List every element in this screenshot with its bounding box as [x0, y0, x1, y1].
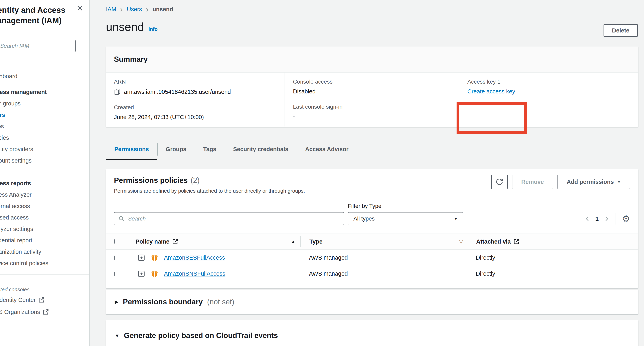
close-icon[interactable]: × — [77, 3, 83, 13]
sidebar-item-roles[interactable]: Roles — [0, 121, 89, 132]
managed-policy-icon — [150, 254, 159, 262]
create-access-key-link[interactable]: Create access key — [468, 88, 515, 95]
type-filter-select[interactable]: All types ▼ — [348, 212, 464, 225]
permissions-boundary-note: (not set) — [207, 298, 234, 306]
sidebar-item-access-analyzer[interactable]: Access Analyzer — [0, 189, 89, 200]
page-title: unsend — [106, 20, 144, 34]
divider — [0, 274, 89, 275]
divider — [616, 213, 616, 224]
copy-icon[interactable] — [114, 88, 121, 95]
sidebar-item-organization-activity[interactable]: Organization activity — [0, 246, 89, 258]
policy-attached-via: Directly — [468, 270, 638, 277]
page-number[interactable]: 1 — [595, 215, 599, 222]
permissions-policies-count: (2) — [191, 176, 200, 184]
permissions-policies-title: Permissions policies — [114, 176, 188, 184]
delete-button[interactable]: Delete — [604, 24, 638, 37]
sidebar-item-users[interactable]: Users — [0, 109, 89, 121]
sidebar-item-analyzer-settings[interactable]: Analyzer settings — [0, 223, 89, 235]
arn-value: arn:aws:iam::905418462135:user/unsend — [124, 89, 231, 95]
column-filter-icon[interactable]: ▽ — [459, 239, 463, 244]
filter-by-type-label: Filter by Type — [348, 203, 382, 209]
created-value: June 28, 2024, 07:33 (UTC+10:00) — [114, 114, 278, 121]
sidebar-search-input[interactable]: Search IAM — [0, 40, 76, 52]
sidebar-link-iam-identity-center[interactable]: IAM Identity Center — [0, 294, 89, 306]
arn-label: ARN — [114, 79, 278, 85]
last-signin-value: - — [293, 113, 453, 120]
sidebar-title: Identity and Access Management (IAM) — [0, 5, 78, 26]
chevron-right-icon: › — [146, 7, 148, 13]
type-filter-value: All types — [354, 215, 375, 222]
sidebar-item-service-control-policies[interactable]: Service control policies — [0, 258, 89, 269]
last-signin-label: Last console sign-in — [293, 104, 453, 110]
caret-down-icon: ▼ — [454, 216, 458, 221]
sidebar-item-user-groups[interactable]: User groups — [0, 98, 89, 109]
policy-link[interactable]: AmazonSESFullAccess — [164, 254, 225, 261]
gear-icon[interactable]: ⚙ — [622, 214, 630, 223]
breadcrumb-users[interactable]: Users — [127, 6, 142, 13]
sidebar-nav: Dashboard Access management User groups … — [0, 71, 89, 269]
info-link[interactable]: Info — [148, 26, 158, 32]
column-type[interactable]: Type — [310, 238, 322, 245]
permissions-boundary-section[interactable]: ▶ Permissions boundary (not set) — [106, 290, 638, 314]
sidebar-item-external-access[interactable]: External access — [0, 200, 89, 212]
related-consoles: Related consoles IAM Identity Center AWS… — [0, 285, 89, 318]
external-link-icon — [514, 239, 520, 245]
collapsed-triangle-icon[interactable]: ▶ — [115, 297, 118, 306]
policy-type: AWS managed — [300, 270, 468, 277]
column-policy-name[interactable]: Policy name — [136, 238, 170, 245]
sidebar-item-unused-access[interactable]: Unused access — [0, 212, 89, 223]
pagination: 1 ⚙ — [584, 212, 630, 225]
row-checkbox[interactable] — [114, 272, 115, 276]
sidebar-item-account-settings[interactable]: Account settings — [0, 155, 89, 166]
column-attached-via[interactable]: Attached via — [476, 238, 511, 245]
select-all-checkbox[interactable] — [114, 239, 115, 244]
add-permissions-button[interactable]: Add permissions ▼ — [558, 175, 630, 189]
search-icon — [118, 215, 125, 222]
generate-policy-title: Generate policy based on CloudTrail even… — [124, 331, 278, 340]
summary-heading: Summary — [106, 47, 638, 73]
tab-access-advisor[interactable]: Access Advisor — [297, 138, 357, 160]
next-page-icon[interactable] — [604, 216, 610, 222]
tab-tags[interactable]: Tags — [195, 138, 225, 160]
sidebar-section-access-reports: Access reports — [0, 178, 89, 189]
add-permissions-label: Add permissions — [567, 179, 614, 185]
expanded-triangle-icon[interactable]: ▼ — [115, 331, 120, 340]
policies-search-input[interactable]: Search — [114, 212, 344, 225]
search-placeholder: Search — [128, 215, 146, 222]
refresh-button[interactable] — [491, 175, 508, 189]
link-label: AWS Organizations — [0, 309, 40, 315]
policy-attached-via: Directly — [468, 254, 638, 261]
permissions-policies-card: Permissions policies (2) Permissions are… — [106, 169, 638, 288]
search-placeholder: Search IAM — [0, 43, 29, 49]
sort-ascending-icon[interactable]: ▲ — [291, 239, 295, 244]
breadcrumb-iam[interactable]: IAM — [106, 6, 116, 13]
created-label: Created — [114, 104, 278, 111]
sidebar-item-identity-providers[interactable]: Identity providers — [0, 144, 89, 155]
tab-groups[interactable]: Groups — [157, 138, 195, 160]
external-link-icon — [172, 239, 178, 245]
sidebar-link-aws-organizations[interactable]: AWS Organizations — [0, 306, 89, 318]
policy-link[interactable]: AmazonSNSFullAccess — [164, 270, 225, 277]
sidebar-item-dashboard[interactable]: Dashboard — [0, 71, 89, 82]
external-link-icon — [38, 297, 44, 303]
table-row: AmazonSNSFullAccess AWS managed Directly — [106, 266, 638, 282]
policy-type: AWS managed — [300, 254, 468, 261]
tab-permissions[interactable]: Permissions — [106, 138, 157, 160]
table-row: AmazonSESFullAccess AWS managed Directly — [106, 250, 638, 266]
row-checkbox[interactable] — [114, 256, 115, 260]
remove-button[interactable]: Remove — [512, 175, 553, 189]
tab-security-credentials[interactable]: Security credentials — [225, 138, 297, 160]
iam-sidebar: × Identity and Access Management (IAM) S… — [0, 0, 90, 346]
user-detail-tabs: Permissions Groups Tags Security credent… — [106, 138, 638, 160]
caret-down-icon: ▼ — [617, 180, 621, 184]
policies-table: Policy name ▲ Type ▽ Attached via — [106, 233, 638, 282]
breadcrumb-current: unsend — [152, 6, 173, 13]
managed-policy-icon — [150, 270, 159, 278]
expand-row-icon[interactable] — [138, 254, 145, 262]
permissions-boundary-title: Permissions boundary — [123, 298, 203, 306]
sidebar-item-policies[interactable]: Policies — [0, 132, 89, 144]
sidebar-item-credential-report[interactable]: Credential report — [0, 235, 89, 246]
previous-page-icon[interactable] — [584, 216, 590, 222]
generate-policy-section[interactable]: ▼ Generate policy based on CloudTrail ev… — [106, 320, 638, 346]
expand-row-icon[interactable] — [138, 270, 145, 278]
